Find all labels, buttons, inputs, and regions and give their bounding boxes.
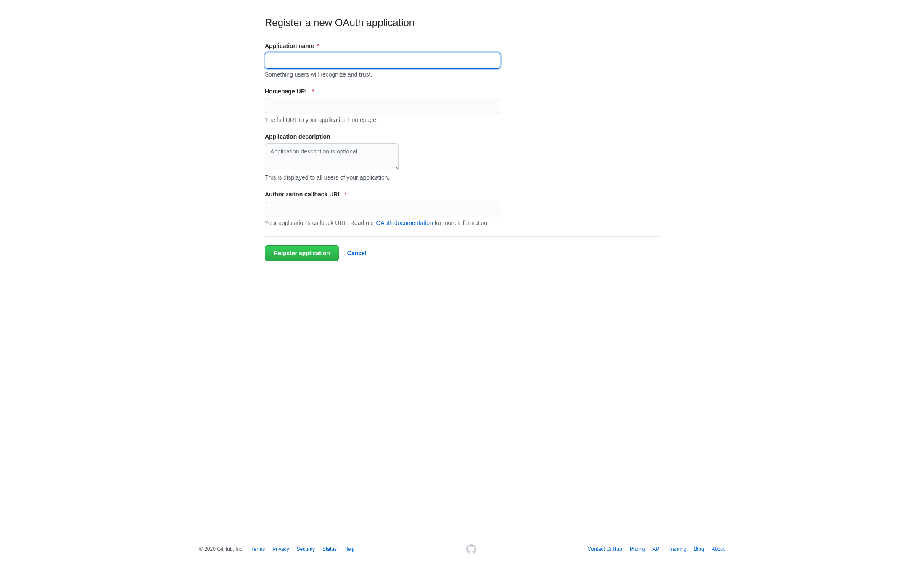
footer-terms-link[interactable]: Terms [251, 546, 265, 552]
footer-training-link[interactable]: Training [668, 546, 686, 552]
homepage-url-label-text: Homepage URL [265, 88, 309, 95]
footer-copyright: © 2020 GitHub, Inc. [199, 546, 244, 552]
homepage-url-label: Homepage URL * [265, 88, 659, 95]
app-name-label: Application name * [265, 42, 659, 49]
oauth-registration-form: Application name * Something users will … [265, 42, 659, 261]
app-description-label: Application description [265, 133, 659, 140]
required-asterisk: * [317, 42, 319, 49]
app-description-group: Application description This is displaye… [265, 133, 659, 181]
homepage-url-help: The full URL to your application homepag… [265, 116, 659, 123]
required-asterisk: * [312, 88, 314, 95]
page-title: Register a new OAuth application [265, 17, 659, 32]
app-description-help: This is displayed to all users of your a… [265, 174, 659, 181]
cancel-button[interactable]: Cancel [347, 250, 367, 256]
app-name-help: Something users will recognize and trust… [265, 71, 659, 78]
footer-help-link[interactable]: Help [344, 546, 355, 552]
callback-url-help-prefix: Your application's callback URL. Read ou… [265, 219, 376, 226]
app-description-label-text: Application description [265, 133, 330, 140]
footer-blog-link[interactable]: Blog [694, 546, 704, 552]
callback-url-label-text: Authorization callback URL [265, 191, 341, 198]
footer-right: Contact GitHub Pricing API Training Blog… [588, 546, 725, 552]
github-logo-icon[interactable] [466, 544, 476, 554]
homepage-url-input[interactable] [265, 98, 500, 114]
footer-left: © 2020 GitHub, Inc. Terms Privacy Securi… [199, 546, 355, 552]
footer-security-link[interactable]: Security [297, 546, 315, 552]
footer-center [466, 544, 476, 554]
app-name-group: Application name * Something users will … [265, 42, 659, 78]
form-actions: Register application Cancel [265, 236, 659, 261]
required-asterisk: * [345, 191, 347, 198]
callback-url-help-suffix: for more information. [433, 219, 489, 226]
callback-url-help: Your application's callback URL. Read ou… [265, 219, 659, 226]
callback-url-label: Authorization callback URL * [265, 191, 659, 198]
oauth-documentation-link[interactable]: OAuth documentation [376, 219, 433, 226]
callback-url-group: Authorization callback URL * Your applic… [265, 191, 659, 226]
app-name-label-text: Application name [265, 42, 314, 49]
footer-about-link[interactable]: About [712, 546, 725, 552]
footer-api-link[interactable]: API [652, 546, 660, 552]
footer-contact-link[interactable]: Contact GitHub [588, 546, 622, 552]
callback-url-input[interactable] [265, 201, 500, 217]
homepage-url-group: Homepage URL * The full URL to your appl… [265, 88, 659, 123]
app-description-textarea[interactable] [265, 143, 399, 170]
footer: © 2020 GitHub, Inc. Terms Privacy Securi… [199, 527, 725, 571]
footer-pricing-link[interactable]: Pricing [630, 546, 645, 552]
footer-status-link[interactable]: Status [322, 546, 337, 552]
footer-privacy-link[interactable]: Privacy [272, 546, 289, 552]
app-name-input[interactable] [265, 53, 500, 69]
register-application-button[interactable]: Register application [265, 245, 339, 261]
